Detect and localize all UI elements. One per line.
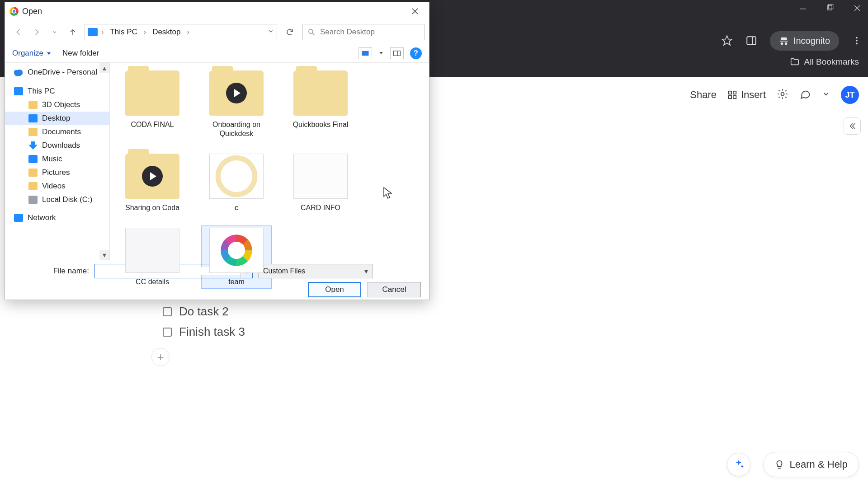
breadcrumb-desktop[interactable]: Desktop bbox=[150, 26, 183, 38]
tree-scroll-up[interactable]: ▴ bbox=[99, 63, 109, 73]
bookmark-star-icon[interactable] bbox=[721, 35, 733, 47]
checkbox-icon[interactable] bbox=[163, 307, 172, 316]
cancel-button[interactable]: Cancel bbox=[368, 282, 421, 297]
file-grid: CODA FINAL Onboarding on Quickdesk Quick… bbox=[110, 63, 429, 260]
incognito-indicator[interactable]: Incognito bbox=[770, 31, 839, 51]
file-item-image[interactable]: c bbox=[201, 151, 272, 215]
pc-icon bbox=[88, 28, 98, 36]
window-close-icon[interactable] bbox=[853, 4, 862, 14]
music-icon bbox=[28, 155, 38, 163]
dialog-toolbar: Organize New folder ? bbox=[5, 44, 429, 63]
svg-rect-14 bbox=[733, 96, 736, 99]
file-item-image[interactable]: CARD INFO bbox=[285, 151, 356, 215]
video-folder-icon bbox=[209, 70, 264, 116]
tree-pictures[interactable]: Pictures bbox=[5, 166, 109, 179]
app-header-actions: Share Insert JT bbox=[690, 86, 859, 104]
tree-this-pc[interactable]: This PC bbox=[5, 84, 109, 98]
dialog-titlebar[interactable]: Open bbox=[5, 2, 429, 20]
file-item-image[interactable]: team bbox=[201, 225, 272, 289]
new-folder-button[interactable]: New folder bbox=[62, 49, 99, 58]
videos-icon bbox=[28, 182, 38, 190]
ai-assist-button[interactable] bbox=[727, 453, 750, 476]
tree-network[interactable]: Network bbox=[5, 211, 109, 225]
svg-rect-6 bbox=[747, 37, 756, 44]
svg-rect-13 bbox=[729, 96, 731, 99]
file-item-folder[interactable]: Onboarding on Quickdesk bbox=[201, 68, 272, 141]
share-button[interactable]: Share bbox=[690, 89, 717, 101]
folder-icon bbox=[125, 70, 179, 116]
file-item-folder[interactable]: CODA FINAL bbox=[117, 68, 188, 141]
breadcrumb-bar[interactable]: › This PC › Desktop › bbox=[85, 24, 277, 40]
document-content: Do task 2 Finish task 3 bbox=[163, 298, 479, 345]
tree-videos[interactable]: Videos bbox=[5, 179, 109, 193]
svg-line-20 bbox=[312, 33, 315, 35]
dialog-close-button[interactable] bbox=[406, 3, 425, 19]
window-maximize-icon[interactable] bbox=[826, 4, 835, 14]
open-button[interactable]: Open bbox=[308, 282, 361, 297]
folder-icon bbox=[28, 128, 38, 136]
svg-rect-1 bbox=[827, 5, 832, 10]
chevron-right-icon: › bbox=[142, 28, 148, 36]
disk-icon bbox=[28, 196, 38, 204]
learn-help-button[interactable]: Learn & Help bbox=[763, 452, 859, 477]
tree-onedrive[interactable]: OneDrive - Personal bbox=[5, 66, 109, 79]
chrome-app-icon bbox=[9, 7, 19, 16]
breadcrumb-this-pc[interactable]: This PC bbox=[107, 26, 140, 38]
image-thumb bbox=[209, 154, 264, 199]
window-minimize-icon[interactable] bbox=[798, 4, 807, 14]
nav-back-button[interactable] bbox=[12, 26, 25, 38]
svg-rect-11 bbox=[729, 91, 731, 94]
svg-point-10 bbox=[856, 43, 858, 45]
video-folder-icon bbox=[125, 154, 179, 199]
task-label: Finish task 3 bbox=[179, 325, 245, 339]
tree-scroll-down[interactable]: ▾ bbox=[99, 250, 109, 260]
search-input[interactable] bbox=[320, 28, 420, 37]
tree-3d-objects[interactable]: 3D Objects bbox=[5, 98, 109, 112]
view-mode-button[interactable] bbox=[359, 47, 372, 59]
checkbox-icon[interactable] bbox=[163, 328, 172, 337]
file-name-label: File name: bbox=[12, 267, 89, 276]
organize-button[interactable]: Organize bbox=[12, 49, 52, 58]
all-bookmarks-button[interactable]: All Bookmarks bbox=[790, 57, 859, 67]
task-item[interactable]: Do task 2 bbox=[163, 305, 479, 319]
task-item[interactable]: Finish task 3 bbox=[163, 325, 479, 339]
file-type-select[interactable]: Custom Files ▾ bbox=[258, 264, 373, 278]
svg-point-19 bbox=[309, 29, 313, 33]
chrome-menu-icon[interactable] bbox=[852, 35, 862, 47]
preview-pane-button[interactable] bbox=[390, 47, 404, 59]
file-item-image[interactable]: CC details bbox=[117, 225, 188, 289]
chevron-down-icon[interactable] bbox=[822, 90, 830, 100]
search-box[interactable] bbox=[302, 24, 425, 40]
svg-rect-12 bbox=[733, 91, 736, 94]
nav-up-button[interactable] bbox=[66, 26, 79, 38]
image-thumb bbox=[293, 154, 348, 199]
collapse-panel-button[interactable] bbox=[844, 117, 861, 135]
view-mode-dropdown[interactable] bbox=[378, 49, 384, 57]
image-thumb bbox=[125, 228, 179, 273]
mouse-cursor bbox=[383, 187, 392, 200]
side-panel-icon[interactable] bbox=[745, 35, 757, 47]
file-item-folder[interactable]: Quickbooks Final bbox=[285, 68, 356, 141]
insert-button[interactable]: Insert bbox=[727, 89, 766, 101]
tree-documents[interactable]: Documents bbox=[5, 125, 109, 139]
refresh-button[interactable] bbox=[283, 25, 297, 39]
chevron-right-icon: › bbox=[99, 28, 105, 36]
nav-forward-button[interactable] bbox=[30, 26, 43, 38]
tree-music[interactable]: Music bbox=[5, 152, 109, 166]
tree-desktop[interactable]: Desktop bbox=[5, 112, 109, 125]
folder-icon bbox=[790, 57, 800, 67]
pc-icon bbox=[14, 87, 23, 95]
tree-local-disk[interactable]: Local Disk (C:) bbox=[5, 193, 109, 206]
breadcrumb-dropdown-icon[interactable] bbox=[268, 28, 274, 36]
help-button[interactable]: ? bbox=[410, 47, 422, 59]
file-item-folder[interactable]: Sharing on Coda bbox=[117, 151, 188, 215]
user-avatar[interactable]: JT bbox=[841, 86, 859, 104]
nav-history-dropdown[interactable] bbox=[48, 26, 61, 38]
all-bookmarks-label: All Bookmarks bbox=[804, 57, 859, 67]
svg-point-15 bbox=[781, 93, 784, 96]
svg-rect-22 bbox=[362, 51, 369, 56]
settings-icon[interactable] bbox=[777, 88, 788, 102]
comments-icon[interactable] bbox=[799, 88, 811, 102]
add-block-button[interactable]: + bbox=[151, 348, 170, 366]
tree-downloads[interactable]: Downloads bbox=[5, 139, 109, 152]
